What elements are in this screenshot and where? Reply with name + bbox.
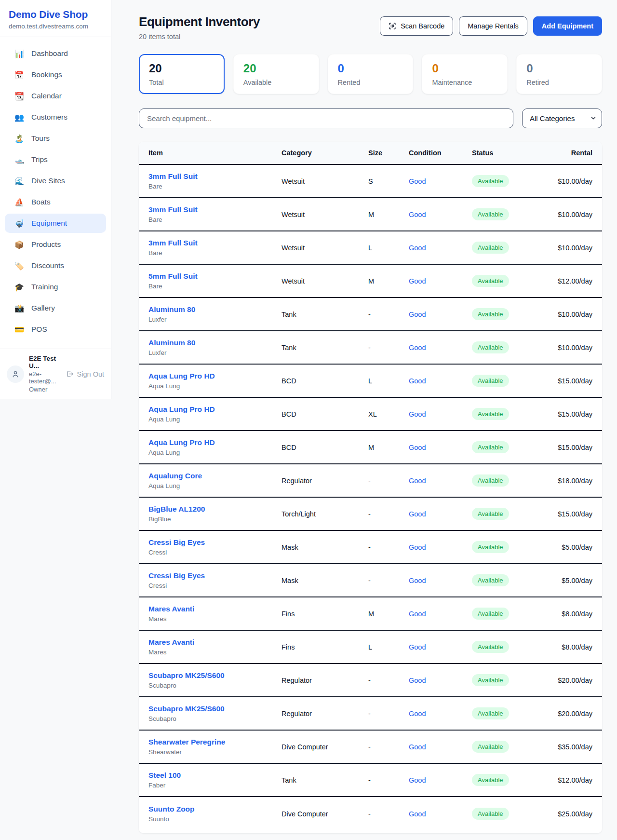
add-equipment-button[interactable]: Add Equipment <box>533 16 602 36</box>
item-size: - <box>368 776 409 784</box>
status-badge: Available <box>472 808 509 820</box>
item-name-link[interactable]: 3mm Full Suit <box>148 239 282 247</box>
stat-card[interactable]: 20 Available <box>233 54 319 94</box>
item-condition-link[interactable]: Good <box>409 710 472 718</box>
item-condition-link[interactable]: Good <box>409 444 472 451</box>
user-panel: E2E Test U... e2e-tester@... Owner Sign … <box>0 349 111 399</box>
item-name-link[interactable]: Suunto Zoop <box>148 805 282 813</box>
item-rental-price: $10.00/day <box>544 211 592 218</box>
item-condition-link[interactable]: Good <box>409 477 472 485</box>
sidebar-item[interactable]: 📅 Bookings <box>5 65 106 84</box>
category-select[interactable]: All Categories <box>522 108 602 128</box>
stat-card[interactable]: 0 Rented <box>328 54 414 94</box>
item-brand: Bare <box>148 183 282 190</box>
item-name-link[interactable]: Shearwater Peregrine <box>148 738 282 746</box>
table-row: Aqua Lung Pro HD Aqua Lung BCD XL Good A… <box>139 398 602 431</box>
item-name-link[interactable]: Mares Avanti <box>148 605 282 613</box>
item-condition-link[interactable]: Good <box>409 643 472 651</box>
item-name-link[interactable]: Cressi Big Eyes <box>148 571 282 580</box>
sign-out-button[interactable]: Sign Out <box>66 370 104 378</box>
item-size: - <box>368 677 409 684</box>
sidebar-item[interactable]: ⛵ Boats <box>5 192 106 212</box>
nav-icon: ⛵ <box>14 198 24 207</box>
item-condition-link[interactable]: Good <box>409 610 472 618</box>
item-rental-price: $15.00/day <box>544 444 592 451</box>
brand-title[interactable]: Demo Dive Shop <box>9 9 102 20</box>
item-condition-link[interactable]: Good <box>409 410 472 418</box>
item-condition-link[interactable]: Good <box>409 810 472 818</box>
item-condition-link[interactable]: Good <box>409 311 472 318</box>
item-brand: Luxfer <box>148 349 282 356</box>
sidebar-item[interactable]: 🎓 Training <box>5 277 106 297</box>
table-row: Scubapro MK25/S600 Scubapro Regulator - … <box>139 664 602 697</box>
stat-value: 20 <box>149 62 215 75</box>
item-condition-link[interactable]: Good <box>409 344 472 352</box>
item-name-link[interactable]: Aluminum 80 <box>148 339 282 347</box>
item-rental-price: $5.00/day <box>544 577 592 584</box>
item-name-link[interactable]: 5mm Full Suit <box>148 272 282 281</box>
sidebar-item[interactable]: 🏷️ Discounts <box>5 256 106 275</box>
item-condition-link[interactable]: Good <box>409 510 472 518</box>
sidebar-item[interactable]: 📊 Dashboard <box>5 44 106 63</box>
item-name-link[interactable]: Aluminum 80 <box>148 305 282 314</box>
item-condition-link[interactable]: Good <box>409 244 472 252</box>
item-name-link[interactable]: Scubapro MK25/S600 <box>148 671 282 680</box>
item-condition-link[interactable]: Good <box>409 677 472 684</box>
table-row: Shearwater Peregrine Shearwater Dive Com… <box>139 731 602 764</box>
item-brand: Mares <box>148 649 282 656</box>
item-name-link[interactable]: Steel 100 <box>148 771 282 780</box>
nav-label: Bookings <box>31 70 62 79</box>
item-condition-link[interactable]: Good <box>409 211 472 218</box>
item-rental-price: $35.00/day <box>544 743 592 751</box>
item-name-link[interactable]: Cressi Big Eyes <box>148 538 282 547</box>
status-badge: Available <box>472 574 509 586</box>
item-name-link[interactable]: Aqua Lung Pro HD <box>148 438 282 447</box>
stats-cards: 20 Total 20 Available 0 Rented 0 Mainten… <box>139 54 602 94</box>
search-input[interactable] <box>139 108 513 128</box>
user-info: E2E Test U... e2e-tester@... Owner <box>29 355 61 393</box>
item-name-link[interactable]: Mares Avanti <box>148 638 282 647</box>
sidebar-item[interactable]: 🏝️ Tours <box>5 129 106 148</box>
item-brand: Mares <box>148 615 282 623</box>
item-size: L <box>368 244 409 252</box>
item-category: Fins <box>282 643 368 651</box>
item-category: Wetsuit <box>282 211 368 218</box>
status-badge: Available <box>472 641 509 653</box>
sidebar-item[interactable]: 🤿 Equipment <box>5 214 106 233</box>
item-condition-link[interactable]: Good <box>409 776 472 784</box>
sidebar-item[interactable]: 📸 Gallery <box>5 298 106 318</box>
sidebar-item[interactable]: 📦 Products <box>5 235 106 254</box>
item-name-link[interactable]: Aqua Lung Pro HD <box>148 372 282 380</box>
item-brand: Aqua Lung <box>148 449 282 456</box>
item-brand: Luxfer <box>148 316 282 323</box>
stat-card[interactable]: 20 Total <box>139 54 225 94</box>
item-condition-link[interactable]: Good <box>409 177 472 185</box>
sidebar-item[interactable]: 🛥️ Trips <box>5 150 106 169</box>
stat-card[interactable]: 0 Maintenance <box>422 54 508 94</box>
item-condition-link[interactable]: Good <box>409 543 472 551</box>
item-size: M <box>368 444 409 451</box>
category-select-wrap: All Categories <box>522 108 602 128</box>
stat-value: 0 <box>526 62 592 75</box>
scan-barcode-button[interactable]: Scan Barcode <box>380 16 453 36</box>
item-condition-link[interactable]: Good <box>409 577 472 584</box>
stat-card[interactable]: 0 Retired <box>516 54 602 94</box>
item-name-link[interactable]: 3mm Full Suit <box>148 172 282 181</box>
item-rental-price: $8.00/day <box>544 610 592 618</box>
sidebar-item[interactable]: 🌊 Dive Sites <box>5 171 106 190</box>
item-name-link[interactable]: Aqua Lung Pro HD <box>148 405 282 414</box>
item-condition-link[interactable]: Good <box>409 277 472 285</box>
manage-rentals-button[interactable]: Manage Rentals <box>459 16 527 36</box>
item-name-link[interactable]: 3mm Full Suit <box>148 205 282 214</box>
item-name-link[interactable]: Scubapro MK25/S600 <box>148 705 282 713</box>
item-condition-link[interactable]: Good <box>409 377 472 385</box>
item-rental-price: $12.00/day <box>544 776 592 784</box>
item-condition-link[interactable]: Good <box>409 743 472 751</box>
item-name-link[interactable]: BigBlue AL1200 <box>148 505 282 514</box>
sidebar-item[interactable]: 👥 Customers <box>5 108 106 127</box>
stat-label: Maintenance <box>432 79 497 86</box>
sidebar-item[interactable]: 💳 POS <box>5 320 106 339</box>
item-name-link[interactable]: Aqualung Core <box>148 472 282 480</box>
sidebar-item[interactable]: 📆 Calendar <box>5 86 106 106</box>
table-row: Cressi Big Eyes Cressi Mask - Good Avail… <box>139 564 602 597</box>
